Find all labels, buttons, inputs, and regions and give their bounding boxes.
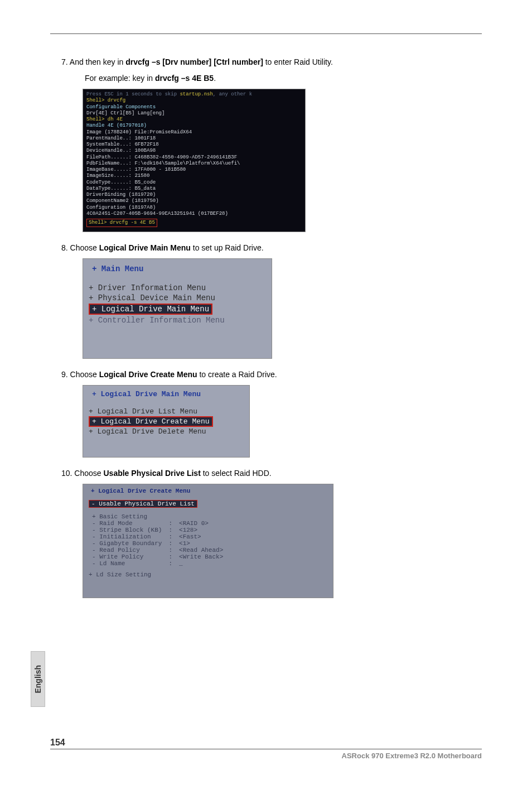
table-row: - Initialization:<Fast> [89, 533, 226, 540]
k: - Ld Name [89, 560, 165, 567]
v: <1> [176, 540, 226, 547]
shell-line-7: Handle 4E (01797018) [86, 123, 302, 129]
table-row: - Ld Name:_ [89, 560, 226, 567]
shell-line-21: 4C0A2451-C207-405B-9694-99EA13251941 (01… [86, 211, 302, 217]
shell-line-8: Image (178B240) File:PromiseRaidX64 [86, 129, 302, 136]
table-row: - Gigabyte Boundary:<1> [89, 540, 226, 547]
shell-line-12: FilePath......: C468B382-4550-4909-AD57-… [86, 155, 302, 161]
ld-list-menu: + Logical Drive List Menu [89, 407, 245, 416]
startup-nsh: startup.nsh [180, 92, 212, 97]
ld-create-highlight: + Logical Drive Create Menu [89, 416, 213, 427]
c: : [165, 520, 176, 527]
v: _ [176, 560, 226, 567]
step8-prefix: 8. Choose [61, 243, 99, 252]
page-footer: 154 ASRock 970 Extreme3 R2.0 Motherboard [50, 738, 482, 760]
shell-line-17: DataType......: BS_data [86, 186, 302, 192]
table-row: - Read Policy:<Read Ahead> [89, 547, 226, 553]
step-7: 7. And then key in drvcfg –s [Drv number… [50, 56, 482, 68]
menu-controller-info: + Controller Information Menu [89, 316, 267, 325]
shell-line-10: SystemTable...: 6FB72F18 [86, 142, 302, 148]
ld-create-menu-screenshot: + Logical Drive Create Menu - Usable Phy… [83, 484, 333, 598]
c [165, 513, 176, 520]
language-tab: English [31, 651, 45, 707]
table-row: - Write Policy:<Write Back> [89, 553, 226, 560]
t: Press ESC in 1 seconds to skip [86, 92, 180, 97]
step7-line2-prefix: For example: key in [85, 74, 155, 83]
v: <Read Ahead> [176, 547, 226, 553]
shell-line-14: ImageBase.....: 17FA000 - 181B580 [86, 167, 302, 173]
step7-prefix: 7. And then key in [61, 57, 125, 66]
c: : [165, 533, 176, 540]
menu-physical-device: + Physical Device Main Menu [89, 293, 267, 302]
v: <RAID 0> [176, 520, 226, 527]
shell-line-15: ImageSize.....: 21580 [86, 173, 302, 179]
k: - Stripe Block (KB) [89, 527, 165, 533]
step-8: 8. Choose Logical Drive Main Menu to set… [50, 242, 482, 254]
table-row: - Stripe Block (KB):<128> [89, 527, 226, 533]
shell-line-20: Configuration (18197A8) [86, 205, 302, 211]
v: <128> [176, 527, 226, 533]
step10-prefix: 10. Choose [61, 469, 104, 478]
step-10: 10. Choose Usable Physical Drive List to… [50, 468, 482, 479]
usable-pd-list-highlight: - Usable Physical Drive List [89, 500, 197, 508]
ld-delete-menu: + Logical Drive Delete Menu [89, 427, 245, 436]
k: - Raid Mode [89, 520, 165, 527]
table-row: + Basic Setting [89, 513, 226, 520]
k: - Initialization [89, 533, 165, 540]
main-menu-title: + Main Menu [92, 264, 267, 273]
shell-line-1: Press ESC in 1 seconds to skip startup.n… [86, 92, 302, 98]
shell-highlight-box: Shell> drvcfg -s 4E B5 [86, 219, 157, 227]
c: : [165, 540, 176, 547]
c: : [165, 553, 176, 560]
ld-size-setting: + Ld Size Setting [89, 571, 328, 578]
menu-driver-info: + Driver Information Menu [89, 283, 267, 292]
shell-line-4: Drv[4E] Ctrl[B5] Lang[eng] [86, 110, 302, 117]
ld-main-title: + Logical Drive Main Menu [92, 390, 245, 398]
step8-bold: Logical Drive Main Menu [99, 243, 191, 252]
v: <Write Back> [176, 553, 226, 560]
shell-line-3: Configurable Components [86, 104, 302, 110]
v [176, 513, 226, 520]
shell-line-16: CodeType......: BS_code [86, 180, 302, 186]
k: - Write Policy [89, 553, 165, 560]
footer-product: ASRock 970 Extreme3 R2.0 Motherboard [50, 752, 482, 760]
footer-rule [50, 749, 482, 749]
page-number: 154 [50, 738, 482, 748]
language-tab-label: English [33, 665, 42, 694]
k: - Gigabyte Boundary [89, 540, 165, 547]
shell-screenshot: Press ESC in 1 seconds to skip startup.n… [83, 89, 306, 232]
menu-logical-drive-highlight: + Logical Drive Main Menu [89, 304, 212, 315]
step-7-sub: For example: key in drvcfg –s 4E B5. [50, 73, 482, 84]
step10-suffix: to select Raid HDD. [201, 469, 272, 478]
step7-suffix: to enter Raid Utility. [263, 57, 333, 66]
k: - Read Policy [89, 547, 165, 553]
shell-line-11: DeviceHandle..: 100BA98 [86, 148, 302, 154]
table-row: - Raid Mode:<RAID 0> [89, 520, 226, 527]
step9-suffix: to create a Raid Drive. [197, 370, 277, 379]
c: : [165, 560, 176, 567]
page-top-rule [50, 33, 482, 34]
step-9: 9. Choose Logical Drive Create Menu to c… [50, 369, 482, 381]
v: <Fast> [176, 533, 226, 540]
shell-line-13: PdbFileName...: F:\edk104\Sample\Platfor… [86, 161, 302, 167]
shell-line-6: Shell> dh 4E [86, 117, 302, 123]
c: : [165, 527, 176, 533]
shell-line-18: DriverBinding (1819720) [86, 192, 302, 198]
shell-line-19: ComponentName2 (1819750) [86, 198, 302, 204]
main-menu-screenshot: + Main Menu + Driver Information Menu + … [83, 258, 272, 359]
k: + Basic Setting [89, 513, 165, 520]
step7-cmd: drvcfg –s [Drv number] [Ctrl number] [125, 57, 263, 66]
step7-line2-bold: drvcfg –s 4E B5 [155, 74, 214, 83]
settings-table: + Basic Setting - Raid Mode:<RAID 0> - S… [89, 513, 226, 567]
step9-prefix: 9. Choose [61, 370, 99, 379]
step7-line2-suffix: . [214, 74, 216, 83]
shell-line-2: Shell> drvcfg [86, 98, 302, 104]
step8-suffix: to set up Raid Drive. [191, 243, 264, 252]
ld-create-title: + Logical Drive Create Menu [91, 488, 328, 494]
shell-line-9: ParentHandle..: 1001F18 [86, 136, 302, 142]
step9-bold: Logical Drive Create Menu [99, 370, 197, 379]
step10-bold: Usable Physical Drive List [104, 469, 201, 478]
t: , any other k [213, 92, 252, 97]
ld-main-menu-screenshot: + Logical Drive Main Menu + Logical Driv… [83, 385, 250, 458]
c: : [165, 547, 176, 553]
